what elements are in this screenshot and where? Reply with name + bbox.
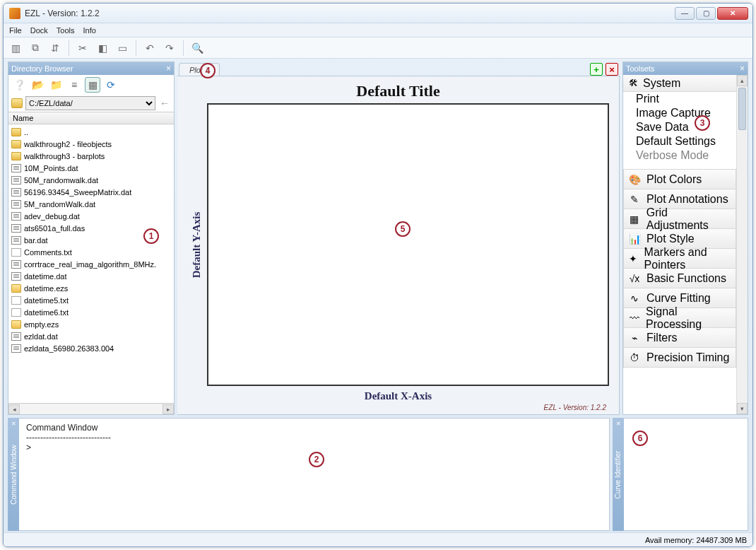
scroll-left-icon[interactable]: ◂ (8, 404, 20, 414)
file-row[interactable]: 10M_Points.dat (8, 162, 174, 174)
cmd-title: Command Window (10, 445, 18, 504)
back-arrow-icon[interactable]: ← (158, 98, 171, 109)
up-folder-icon[interactable]: 📂 (30, 77, 45, 93)
compress-icon[interactable]: ⇵ (47, 40, 63, 56)
file-row[interactable]: ezldat.dat (8, 330, 174, 342)
help-icon[interactable]: ❔ (11, 77, 27, 93)
chip-icon[interactable]: ▥ (8, 40, 23, 56)
zoom-icon[interactable]: 🔍 (189, 40, 205, 56)
layout-icon[interactable]: ⧉ (28, 40, 43, 56)
toolset-label: Basic Functions (646, 272, 726, 285)
curve-identifier-body[interactable] (624, 418, 748, 531)
menu-dock[interactable]: Dock (30, 26, 48, 35)
file-row[interactable]: ats6501a_full.das (8, 222, 174, 234)
erase-icon[interactable]: ◧ (95, 40, 110, 56)
toolset-print[interactable]: Print (623, 92, 736, 106)
file-row[interactable]: .. (8, 126, 174, 138)
scroll-thumb[interactable] (738, 88, 746, 130)
toolsets-close-icon[interactable]: × (740, 64, 745, 74)
file-row[interactable]: walkthrough3 - barplots (8, 150, 174, 162)
file-name: corrtrace_real_imag_algorithm_8MHz. (24, 260, 156, 269)
toolset-item[interactable]: ▦Grid Adjustments (623, 209, 736, 229)
file-row[interactable]: 56196.93454_SweepMatrix.dat (8, 186, 174, 198)
menu-tools[interactable]: Tools (57, 26, 75, 35)
file-row[interactable]: Comments.txt (8, 246, 174, 258)
file-row[interactable]: datetime6.txt (8, 306, 174, 318)
file-name: bar.dat (24, 236, 48, 245)
dat-icon (11, 236, 21, 245)
file-row[interactable]: adev_debug.dat (8, 210, 174, 222)
scroll-right-icon[interactable]: ▸ (163, 404, 174, 414)
menu-file[interactable]: File (9, 26, 22, 35)
minimize-button[interactable]: — (675, 7, 695, 20)
add-plot-button[interactable]: + (590, 63, 603, 76)
toolset-label: Markers and Pointers (644, 246, 731, 271)
file-row[interactable]: empty.ezs (8, 318, 174, 330)
scroll-down-icon[interactable]: ▾ (737, 403, 748, 414)
path-select[interactable]: C:/EZL/data/ (25, 96, 155, 110)
cmd-close-icon[interactable]: × (9, 421, 18, 426)
file-row[interactable]: 5M_randomWalk.dat (8, 198, 174, 210)
menu-info[interactable]: Info (83, 26, 95, 35)
toolset-default-settings[interactable]: Default Settings (623, 134, 736, 148)
curve-close-icon[interactable]: × (614, 421, 622, 426)
file-name: 5M_randomWalk.dat (24, 200, 95, 209)
file-row[interactable]: datetime.ezs (8, 282, 174, 294)
list-view-icon[interactable]: ≡ (66, 77, 82, 93)
memory-status: Avail memory: 24487.309 MB (645, 536, 747, 544)
close-button[interactable]: ✕ (717, 7, 748, 20)
toolset-item[interactable]: ⏱Precision Timing (623, 348, 736, 368)
file-row[interactable]: datetime.dat (8, 270, 174, 282)
file-row[interactable]: ezldata_56980.26383.004 (8, 342, 174, 354)
toolset-item[interactable]: ⌁Filters (623, 328, 736, 348)
file-list-hscroll[interactable]: ◂ ▸ (8, 403, 174, 414)
toolset-system-header[interactable]: 🛠 System (623, 75, 736, 92)
dir-browser-close-icon[interactable]: × (166, 64, 171, 74)
dir-browser-title: Directory Browser (11, 64, 166, 73)
toolset-save-data[interactable]: Save Data (623, 120, 736, 134)
file-list-header[interactable]: Name (8, 112, 174, 124)
file-name: 56196.93454_SweepMatrix.dat (24, 188, 131, 197)
toolset-label: Filters (646, 332, 678, 344)
file-name: walkthrough2 - fileobjects (24, 140, 112, 148)
file-row[interactable]: datetime5.txt (8, 294, 174, 306)
tools-icon: 🛠 (627, 78, 639, 89)
toolbar: ▥ ⧉ ⇵ ✂ ◧ ▭ ↶ ↷ 🔍 (4, 37, 752, 59)
delete-plot-button[interactable]: × (606, 63, 618, 76)
folder-icon (11, 140, 21, 148)
menubar: File Dock Tools Info (4, 23, 752, 37)
open-folder-icon[interactable]: 📁 (48, 77, 64, 93)
file-row[interactable]: 50M_randomwalk.dat (8, 174, 174, 186)
maximize-button[interactable]: ▢ (696, 7, 716, 20)
refresh-icon[interactable]: ⟳ (103, 77, 119, 93)
file-row[interactable]: bar.dat (8, 234, 174, 246)
undo-icon[interactable]: ↶ (142, 40, 158, 56)
toolset-item[interactable]: √xBasic Functions (623, 269, 736, 288)
plot-canvas[interactable] (207, 103, 609, 386)
toolset-label: Curve Fitting (646, 292, 711, 305)
scroll-up-icon[interactable]: ▴ (737, 75, 748, 86)
directory-browser-panel: Directory Browser × ❔ 📂 📁 ≡ ▦ ⟳ C:/EZL/d… (8, 62, 175, 415)
plot-tab[interactable]: Plot 1 (179, 63, 220, 76)
toolset-item[interactable]: 🎨Plot Colors (623, 170, 736, 189)
toolset-image-capture[interactable]: Image Capture (623, 106, 736, 120)
toolset-icon: 🎨 (628, 173, 641, 186)
command-window[interactable]: Command Window -------------------------… (19, 418, 610, 531)
toolset-item[interactable]: 〰Signal Processing (623, 308, 736, 328)
toolset-label: Signal Processing (646, 305, 731, 331)
file-name: empty.ezs (24, 320, 59, 329)
toolsets-scrollbar[interactable]: ▴ ▾ (736, 75, 748, 414)
file-row[interactable]: corrtrace_real_imag_algorithm_8MHz. (8, 258, 174, 270)
select-icon[interactable]: ▭ (114, 40, 130, 56)
redo-icon[interactable]: ↷ (162, 40, 177, 56)
file-name: adev_debug.dat (24, 212, 80, 221)
file-name: ezldat.dat (24, 332, 58, 341)
toolset-verbose-mode[interactable]: Verbose Mode (623, 148, 736, 163)
file-name: datetime5.txt (24, 296, 69, 305)
detail-view-icon[interactable]: ▦ (85, 77, 100, 93)
cut-icon[interactable]: ✂ (75, 40, 90, 56)
toolset-icon: ✦ (628, 252, 639, 265)
file-list[interactable]: ..walkthrough2 - fileobjectswalkthrough3… (8, 124, 174, 403)
toolset-item[interactable]: ✦Markers and Pointers (623, 249, 736, 269)
file-row[interactable]: walkthrough2 - fileobjects (8, 138, 174, 150)
